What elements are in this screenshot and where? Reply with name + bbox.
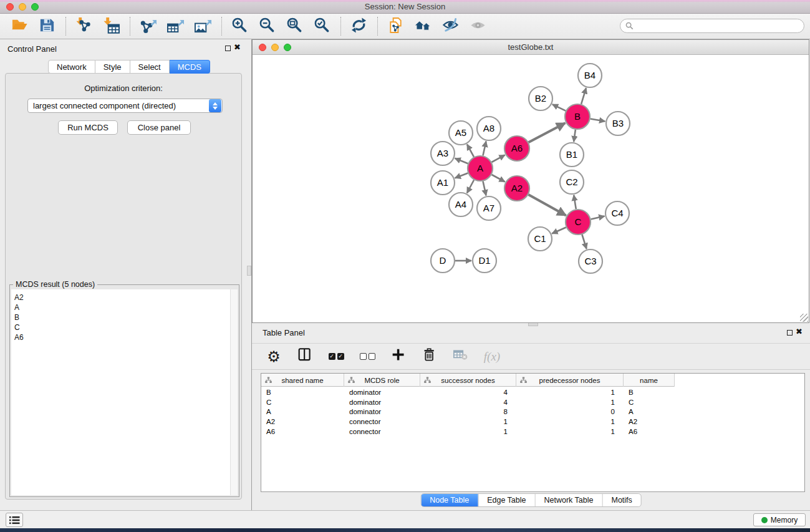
node-table[interactable]: shared nameMCDS rolesuccessor nodesprede…: [261, 373, 805, 492]
table-row[interactable]: Cdominator41C: [261, 397, 804, 407]
apply-layout-button[interactable]: [347, 16, 370, 37]
edge-C-C4[interactable]: [591, 216, 605, 220]
edge-B-B3[interactable]: [591, 119, 605, 122]
memory-button[interactable]: Memory: [753, 513, 806, 526]
tab-edge-table[interactable]: Edge Table: [478, 494, 534, 506]
result-list-item[interactable]: B: [11, 312, 238, 322]
graph-node-B[interactable]: B: [565, 104, 590, 129]
create-column-button[interactable]: [389, 347, 408, 367]
tab-motifs[interactable]: Motifs: [602, 494, 640, 506]
open-session-button[interactable]: [8, 16, 31, 37]
edge-B-B4[interactable]: [581, 88, 586, 104]
mcds-result-list[interactable]: A2ABCA6: [11, 289, 238, 495]
first-neighbors-button[interactable]: [412, 16, 434, 37]
export-table-button[interactable]: [164, 16, 186, 37]
result-list-scrollbar[interactable]: [230, 289, 238, 495]
search-box[interactable]: [620, 19, 804, 33]
vertical-splitter[interactable]: [247, 39, 252, 510]
table-row[interactable]: Adominator80A: [261, 407, 804, 417]
edge-A-A6[interactable]: [492, 155, 505, 163]
tab-mcds[interactable]: MCDS: [170, 60, 210, 74]
column-header-successor-nodes[interactable]: successor nodes: [420, 374, 516, 387]
import-network-button[interactable]: [72, 16, 95, 37]
graph-node-C2[interactable]: C2: [560, 170, 584, 194]
delete-table-button[interactable]: [451, 347, 470, 367]
edge-A-A5[interactable]: [467, 144, 474, 157]
graph-node-A4[interactable]: A4: [449, 193, 473, 216]
float-panel-icon[interactable]: [225, 46, 231, 51]
tab-style[interactable]: Style: [95, 60, 130, 74]
edge-A-A3[interactable]: [455, 158, 468, 163]
graph-node-C4[interactable]: C4: [605, 201, 629, 225]
edge-A-A2[interactable]: [492, 175, 505, 182]
column-header-name[interactable]: name: [624, 374, 675, 387]
graph-node-A3[interactable]: A3: [431, 142, 455, 165]
close-panel-button[interactable]: Close panel: [127, 120, 191, 135]
new-network-from-selection-button[interactable]: [384, 16, 407, 37]
search-input[interactable]: [634, 21, 804, 32]
show-panels-button[interactable]: [6, 513, 23, 527]
edge-A-A4[interactable]: [467, 180, 474, 193]
run-mcds-button[interactable]: Run MCDS: [58, 120, 118, 135]
close-table-panel-icon[interactable]: ✖: [796, 327, 803, 336]
save-session-button[interactable]: [36, 16, 58, 37]
network-window-titlebar[interactable]: testGlobe.txt: [253, 40, 809, 55]
graph-node-A6[interactable]: A6: [504, 136, 529, 161]
vertical-splitter-grip[interactable]: [247, 266, 251, 276]
export-image-button[interactable]: [191, 16, 214, 37]
edge-C-C3[interactable]: [582, 235, 586, 249]
result-list-item[interactable]: C: [11, 322, 238, 332]
network-canvas[interactable]: AA1A2A3A4A5A6A7A8BB1B2B3B4CC1C2C3C4DD1: [253, 55, 809, 322]
tab-select[interactable]: Select: [130, 60, 170, 74]
column-header-predecessor-nodes[interactable]: predecessor nodes: [516, 374, 624, 387]
graph-node-B2[interactable]: B2: [529, 87, 552, 110]
edge-A-A1[interactable]: [455, 173, 468, 178]
column-settings-button[interactable]: ⚙: [264, 347, 283, 367]
optimization-criterion-select[interactable]: largest connected component (directed): [27, 99, 223, 113]
function-builder-button[interactable]: f(x): [483, 347, 501, 367]
graph-node-C[interactable]: C: [566, 210, 591, 235]
column-header-shared-name[interactable]: shared name: [261, 374, 344, 387]
graph-node-A8[interactable]: A8: [477, 117, 501, 140]
edge-C-C2[interactable]: [574, 195, 576, 210]
edge-C-C1[interactable]: [552, 228, 566, 234]
hide-selected-button[interactable]: [439, 16, 461, 37]
zoom-in-button[interactable]: [228, 16, 251, 37]
table-row[interactable]: Bdominator41B: [261, 387, 804, 397]
delete-column-button[interactable]: [420, 347, 439, 367]
show-all-button[interactable]: [466, 16, 489, 37]
float-table-panel-icon[interactable]: [787, 330, 793, 336]
select-all-button[interactable]: ✓✓: [327, 347, 345, 367]
zoom-out-button[interactable]: [256, 16, 278, 37]
graph-node-C1[interactable]: C1: [528, 227, 552, 251]
column-header-MCDS-role[interactable]: MCDS role: [344, 374, 420, 387]
edge-A6-B[interactable]: [529, 123, 566, 142]
close-panel-icon[interactable]: ✖: [234, 42, 241, 52]
graph-node-B4[interactable]: B4: [578, 64, 602, 87]
graph-node-A1[interactable]: A1: [431, 171, 455, 195]
tab-network-table[interactable]: Network Table: [535, 494, 602, 506]
edge-A-A7[interactable]: [483, 181, 486, 196]
result-list-item[interactable]: A: [11, 302, 238, 312]
import-table-button[interactable]: [100, 16, 122, 37]
edge-B-B2[interactable]: [552, 104, 566, 110]
graph-node-C3[interactable]: C3: [579, 249, 602, 273]
graph-node-D1[interactable]: D1: [473, 249, 496, 273]
deselect-all-button[interactable]: [358, 347, 377, 367]
graph-node-B1[interactable]: B1: [560, 143, 584, 167]
table-row[interactable]: A2connector11A2: [261, 417, 804, 427]
window-resize-grip[interactable]: [800, 314, 808, 322]
graph-node-A5[interactable]: A5: [449, 121, 473, 145]
result-list-item[interactable]: A2: [11, 293, 238, 302]
network-graph[interactable]: AA1A2A3A4A5A6A7A8BB1B2B3B4CC1C2C3C4DD1: [253, 55, 809, 322]
graph-node-A[interactable]: A: [468, 156, 493, 181]
panel-mode-button[interactable]: [296, 347, 314, 367]
table-row[interactable]: A6connector11A6: [261, 427, 804, 437]
graph-node-A2[interactable]: A2: [504, 176, 529, 201]
edge-A2-C[interactable]: [528, 195, 566, 215]
edge-B-B1[interactable]: [574, 130, 576, 142]
zoom-fit-button[interactable]: [283, 16, 306, 37]
graph-node-B3[interactable]: B3: [606, 112, 630, 135]
tab-network[interactable]: Network: [48, 60, 95, 74]
export-network-button[interactable]: [137, 16, 159, 37]
